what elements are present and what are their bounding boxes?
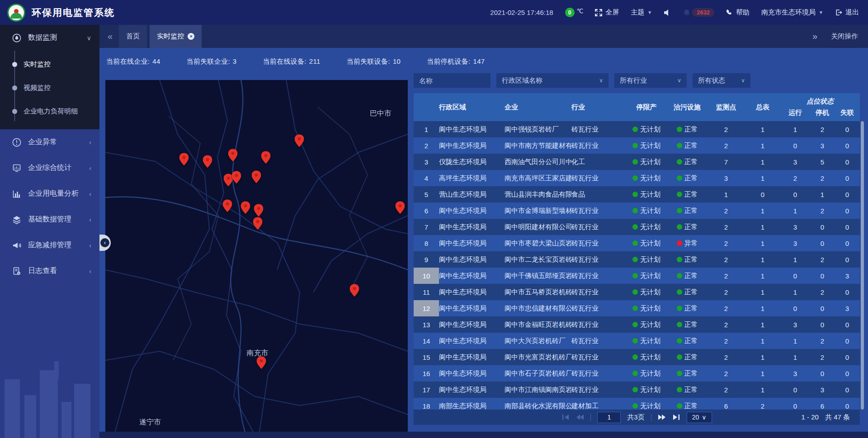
industry-select[interactable]: 所有行业 ∨	[614, 73, 687, 88]
pagination-range: 1 - 20 共 47 条	[802, 413, 850, 422]
first-page-button[interactable]	[561, 414, 570, 421]
map-pin[interactable]	[241, 201, 250, 214]
map-pin[interactable]	[261, 151, 270, 164]
cell-run: 2	[780, 170, 810, 186]
map-pin[interactable]	[223, 199, 232, 212]
map-pin[interactable]	[254, 204, 263, 217]
map-pin[interactable]	[257, 357, 266, 369]
previous-page-button[interactable]	[576, 414, 584, 421]
cell-points: 2	[707, 365, 745, 381]
cell-meters: 2	[745, 398, 780, 410]
status-dot-green	[677, 143, 682, 148]
sound-toggle[interactable]	[664, 9, 671, 16]
table-row[interactable]: 5营山生态环境局营山县润丰肉食品有限食品无计划正常10010	[414, 186, 860, 203]
table-row[interactable]: 1阆中生态环境局阆中强锐页岩砖厂砖瓦行业无计划正常21120	[414, 121, 860, 137]
map-pin[interactable]	[251, 170, 261, 183]
table-row[interactable]: 11阆中生态环境局阆中市五马桥页岩机砖砖瓦行业无计划正常21120	[414, 284, 860, 300]
cell-lost: 0	[835, 284, 860, 300]
status-dot-green	[677, 175, 682, 181]
map-pin[interactable]	[350, 284, 359, 297]
table-row[interactable]: 17阆中生态环境局阆中市江南镇阆南页岩砖瓦行业无计划正常21030	[414, 381, 860, 398]
status-dot-green	[632, 338, 638, 344]
sidebar-subitem[interactable]: 企业电力负荷明细	[0, 99, 99, 123]
org-menu[interactable]: 南充市生态环境局 ▼	[761, 8, 823, 17]
cell-industry: 砖瓦行业	[571, 333, 626, 349]
table-row[interactable]: 4高坪生态环境局南充市高坪区王家店建砖瓦行业无计划正常31220	[414, 170, 860, 186]
sidebar-item[interactable]: 企业异常‹	[0, 129, 99, 155]
table-row[interactable]: 16阆中生态环境局阆中市石子页岩机砖厂砖瓦行业无计划正常21300	[414, 365, 860, 381]
table-row[interactable]: 6阆中生态环境局阆中市金博瑞新型墙材砖瓦行业无计划正常21120	[414, 203, 860, 219]
map-pin[interactable]	[231, 171, 241, 184]
map-pin[interactable]	[295, 134, 304, 147]
table-row[interactable]: 7阆中生态环境局阆中明阳建材有限公司砖瓦行业无计划正常21300	[414, 219, 860, 235]
map-panel[interactable]: 巴中市南充市遂宁市	[105, 80, 408, 434]
sidebar-subitem[interactable]: 实时监控	[0, 52, 99, 76]
name-filter-input[interactable]	[414, 73, 491, 88]
table-row[interactable]: 10阆中生态环境局阆中千佛镇五郎垭页岩砖瓦行业无计划正常21003	[414, 268, 860, 284]
tab-bar: « 首页实时监控× » 关闭操作	[99, 25, 868, 48]
last-page-button[interactable]	[672, 414, 680, 421]
cell-meters: 1	[745, 203, 780, 219]
cell-region: 阆中生态环境局	[439, 137, 505, 154]
table-row[interactable]: 15阆中生态环境局阆中市光富页岩机砖厂砖瓦行业无计划正常21120	[414, 349, 860, 365]
table-row[interactable]: 9阆中生态环境局阆中市二龙长宝页岩砖砖瓦行业无计划正常21120	[414, 251, 860, 268]
map-pin[interactable]	[395, 201, 405, 214]
exit-button[interactable]: 退出	[835, 8, 859, 17]
stat-value: 44	[152, 57, 160, 65]
sidebar-item[interactable]: 基础数据管理‹	[0, 207, 99, 232]
cell-lost: 3	[835, 300, 860, 316]
cell-limit: 无计划	[626, 333, 667, 349]
status-select[interactable]: 所有状态 ∨	[693, 73, 750, 88]
cell-meters: 1	[745, 333, 780, 349]
table-scrollbar[interactable]	[861, 121, 864, 410]
cell-facility: 正常	[667, 333, 707, 349]
notification-badge[interactable]: 2632	[683, 8, 714, 17]
status-dot-red	[677, 240, 682, 246]
bell-icon	[683, 9, 690, 16]
topbar-actions: 2021-02-25 17:46:18 0 ℃ 全屏 主题 ▼ 2632	[490, 8, 859, 17]
tab-实时监控[interactable]: 实时监控×	[150, 25, 202, 48]
page-size-select[interactable]: 20 ∨	[687, 412, 712, 423]
col-header-company: 企业	[505, 93, 571, 121]
chevron-left-icon: ‹	[89, 268, 91, 275]
map-pin[interactable]	[253, 217, 262, 230]
map-pin[interactable]	[228, 149, 238, 161]
table-row[interactable]: 13阆中生态环境局阆中市金福旺页岩机砖砖瓦行业无计划正常21300	[414, 316, 860, 333]
status-dot-green	[632, 175, 638, 181]
sidebar-item[interactable]: 日志查看‹	[0, 258, 99, 284]
cell-facility: 正常	[667, 121, 707, 137]
help-button[interactable]: 帮助	[726, 8, 750, 17]
status-dot-green	[677, 257, 682, 262]
cell-points: 2	[707, 381, 745, 398]
table-row[interactable]: 12阆中生态环境局阆中市忠信建材有限公砖瓦行业无计划正常21003	[414, 300, 860, 316]
stat-value: 211	[309, 57, 321, 65]
cell-points: 2	[707, 203, 745, 219]
theme-menu[interactable]: 主题 ▼	[631, 8, 652, 17]
map-city-label: 南充市	[247, 348, 269, 358]
next-page-button[interactable]	[658, 414, 666, 421]
close-operations-menu[interactable]: 关闭操作	[831, 32, 858, 41]
sidebar-item[interactable]: 数据监测∨	[0, 25, 99, 51]
sidebar-subitem[interactable]: 视频监控	[0, 76, 99, 99]
table-row[interactable]: 2阆中生态环境局阆中市南方节能建材有砖瓦行业无计划正常21030	[414, 137, 860, 154]
tab-close-icon[interactable]: ×	[188, 33, 194, 40]
sidebar-item[interactable]: 企业用电量分析‹	[0, 181, 99, 207]
region-select[interactable]: 行政区域名称 ∨	[496, 73, 609, 88]
table-row[interactable]: 18南部生态环境局南部县砖化水泥有限公建材加工无计划正常62060	[414, 398, 860, 410]
sidebar-item[interactable]: 应急减排管理‹	[0, 232, 99, 258]
col-header-facility: 治污设施	[667, 93, 707, 121]
table-row[interactable]: 3仪陇生态环境局西南油气田分公司川中化工无计划正常71350	[414, 154, 860, 170]
tabs-scroll-left-icon[interactable]: «	[99, 31, 119, 42]
table-row[interactable]: 14阆中生态环境局阆中大兴页岩机砖厂砖瓦行业无计划正常21120	[414, 333, 860, 349]
chevron-left-icon: ‹	[89, 190, 91, 198]
page-number-input[interactable]	[597, 412, 621, 423]
map-pin[interactable]	[179, 153, 189, 165]
sidebar-item[interactable]: 企业综合统计‹	[0, 155, 99, 181]
tab-首页[interactable]: 首页	[119, 25, 147, 48]
cell-run: 1	[780, 349, 810, 365]
tabs-scroll-right-icon[interactable]: »	[812, 31, 817, 42]
map-pin[interactable]	[203, 155, 212, 168]
fullscreen-button[interactable]: 全屏	[595, 8, 619, 17]
table-row[interactable]: 8阆中生态环境局阆中市枣碧大梁山页岩砖瓦行业无计划异常21300	[414, 235, 860, 251]
cell-run: 0	[780, 268, 810, 284]
